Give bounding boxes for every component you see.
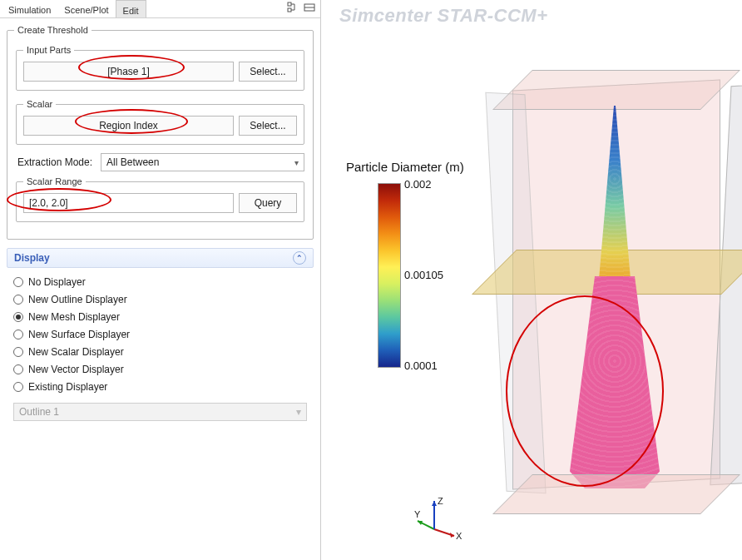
create-threshold-legend: Create Threshold — [14, 25, 92, 35]
input-parts-group: Input Parts [Phase 1] Select... — [16, 45, 304, 91]
colorbar-tick-min: 0.0001 — [404, 359, 438, 372]
radio-icon — [13, 347, 23, 357]
display-option-label: New Mesh Displayer — [28, 311, 120, 323]
axis-z-label: Z — [438, 496, 443, 506]
input-parts-legend: Input Parts — [23, 45, 74, 55]
scalar-value: Region Index — [99, 120, 158, 131]
radio-icon — [13, 364, 23, 374]
display-option-label: No Displayer — [28, 276, 86, 288]
domain-bottom-face — [492, 474, 740, 514]
particle-plume — [548, 106, 681, 497]
scene-viewport[interactable]: Simcenter STAR-CCM+ Particle Diameter (m… — [321, 0, 742, 560]
radio-icon — [13, 312, 23, 322]
display-section-header[interactable]: Display ⌃ — [7, 248, 314, 268]
tab-label: Edit — [123, 6, 139, 16]
create-threshold-group: Create Threshold Input Parts [Phase 1] S… — [7, 25, 314, 240]
scalar-group: Scalar Region Index Select... — [16, 99, 304, 145]
select-label: Select... — [250, 66, 285, 77]
extraction-mode-dropdown[interactable]: All Between ▾ — [101, 153, 304, 171]
existing-displayer-value: Outline 1 — [19, 406, 59, 418]
scalar-legend: Scalar — [23, 99, 56, 109]
display-option[interactable]: New Mesh Displayer — [13, 311, 307, 323]
query-button[interactable]: Query — [239, 193, 297, 213]
chevron-down-icon: ▾ — [294, 158, 299, 167]
colorbar — [378, 183, 401, 368]
existing-displayer-dropdown: Outline 1 ▾ — [13, 403, 307, 421]
chevron-down-icon: ▾ — [296, 406, 301, 418]
radio-icon — [13, 330, 23, 339]
chevron-up-icon: ⌃ — [293, 251, 306, 265]
radio-icon — [13, 382, 23, 392]
display-radio-list: No DisplayerNew Outline DisplayerNew Mes… — [5, 273, 315, 396]
display-option-label: New Surface Displayer — [28, 329, 130, 340]
scalar-range-group: Scalar Range [2.0, 2.0] Query — [16, 176, 304, 222]
colorbar-tick-max: 0.002 — [404, 178, 432, 191]
axis-triad: X Y Z — [414, 496, 464, 542]
display-option[interactable]: New Outline Displayer — [13, 294, 307, 305]
axis-x-label: X — [456, 531, 463, 541]
scalar-select-button[interactable]: Select... — [239, 116, 297, 136]
display-option-label: New Vector Displayer — [28, 364, 124, 375]
display-option[interactable]: New Vector Displayer — [13, 364, 307, 375]
display-option-label: New Outline Displayer — [28, 294, 127, 305]
scalar-range-legend: Scalar Range — [23, 176, 86, 186]
tab-edit[interactable]: Edit — [116, 0, 146, 17]
scalar-range-value: [2.0, 2.0] — [29, 197, 68, 209]
collapse-icon[interactable] — [304, 2, 315, 16]
select-label: Select... — [250, 120, 285, 131]
svg-rect-1 — [288, 8, 291, 12]
display-option-label: Existing Displayer — [28, 381, 107, 393]
input-parts-select-button[interactable]: Select... — [239, 62, 297, 82]
display-header-label: Display — [14, 252, 50, 264]
query-label: Query — [255, 197, 282, 209]
plume-lower — [565, 276, 665, 488]
brand-watermark: Simcenter STAR-CCM+ — [339, 5, 548, 27]
colorbar-tick-mid: 0.00105 — [404, 269, 443, 281]
3d-scene — [446, 60, 720, 526]
tab-label: Scene/Plot — [64, 5, 108, 15]
scalar-field[interactable]: Region Index — [23, 116, 234, 136]
display-option[interactable]: No Displayer — [13, 276, 307, 288]
input-parts-field[interactable]: [Phase 1] — [23, 62, 234, 82]
radio-icon — [13, 277, 23, 287]
input-parts-value: [Phase 1] — [107, 66, 150, 77]
tab-strip: Simulation Scene/Plot Edit — [0, 0, 320, 18]
svg-marker-12 — [432, 501, 437, 506]
scalar-range-input[interactable]: [2.0, 2.0] — [23, 193, 234, 213]
plume-upper — [594, 106, 636, 289]
svg-rect-0 — [288, 2, 291, 6]
display-option[interactable]: New Surface Displayer — [13, 329, 307, 340]
tab-simulation[interactable]: Simulation — [2, 0, 57, 17]
domain-top-face — [492, 70, 740, 110]
extraction-mode-value: All Between — [106, 156, 159, 168]
radio-icon — [13, 295, 23, 305]
display-option-label: New Scalar Displayer — [28, 346, 124, 358]
axis-y-label: Y — [414, 509, 421, 519]
display-option[interactable]: Existing Displayer — [13, 381, 307, 393]
tab-label: Simulation — [8, 5, 51, 15]
tree-icon[interactable] — [287, 2, 299, 16]
display-option[interactable]: New Scalar Displayer — [13, 346, 307, 358]
tab-scene[interactable]: Scene/Plot — [57, 0, 115, 17]
extraction-mode-label: Extraction Mode: — [17, 156, 92, 168]
